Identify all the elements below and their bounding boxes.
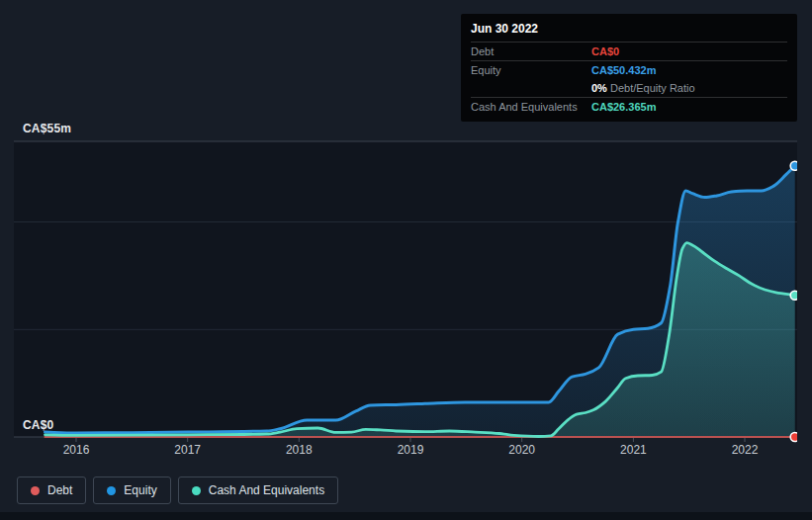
x-axis-label-2020: 2020 [508,443,535,457]
x-axis-label-2019: 2019 [398,443,424,457]
legend-item-debt[interactable]: Debt [17,477,86,504]
tooltip-cash-value: CA$26.365m [591,98,656,116]
bottom-border-bar [0,512,812,520]
legend-equity-label: Equity [124,483,156,497]
tooltip-row-debt: Debt CA$0 [471,42,787,60]
legend-item-cash[interactable]: Cash And Equivalents [178,477,338,504]
tooltip-debt-value: CA$0 [591,43,619,60]
tooltip-cash-label: Cash And Equivalents [471,98,591,116]
debt-equity-history-chart: CA$55m CA$0 2016201720182019202020212022… [0,0,812,520]
chart-tooltip: Jun 30 2022 Debt CA$0 Equity CA$50.432m … [461,14,797,122]
tooltip-debt-label: Debt [471,43,591,60]
x-axis-label-2017: 2017 [174,443,201,457]
y-axis-max-label: CA$55m [23,122,71,135]
legend-cash-label: Cash And Equivalents [209,483,324,497]
chart-legend: Debt Equity Cash And Equivalents [17,477,338,504]
debt-dot-icon [31,486,40,495]
tooltip-equity-label: Equity [471,61,591,79]
x-axis-label-2018: 2018 [286,443,313,457]
cash-dot-icon [192,486,201,495]
equity-dot-icon [107,486,116,495]
equity-endpoint-dot[interactable] [790,161,799,170]
tooltip-equity-value: CA$50.432m [591,61,656,79]
x-axis-label-2021: 2021 [620,443,647,457]
tooltip-row-cash: Cash And Equivalents CA$26.365m [471,97,787,116]
tooltip-row-equity: Equity CA$50.432m [471,60,787,79]
tooltip-row-ratio: 0% Debt/Equity Ratio [471,79,787,97]
y-axis-zero-label: CA$0 [23,418,53,432]
tooltip-date: Jun 30 2022 [471,19,787,40]
x-axis-label-2022: 2022 [732,443,759,457]
legend-debt-label: Debt [47,483,72,497]
debt-endpoint-dot[interactable] [790,433,799,442]
legend-item-equity[interactable]: Equity [93,477,170,504]
tooltip-ratio-value: 0% Debt/Equity Ratio [591,79,695,97]
x-axis-label-2016: 2016 [63,443,90,457]
cash-endpoint-dot[interactable] [790,291,799,300]
